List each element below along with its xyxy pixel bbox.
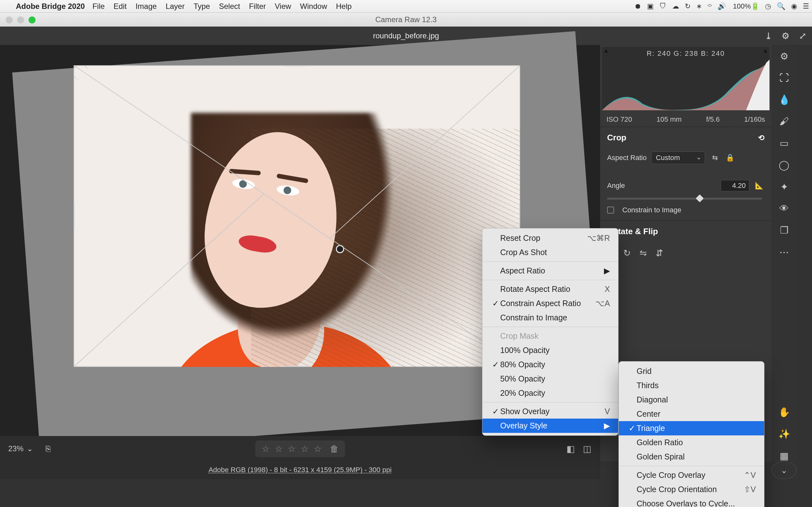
- angle-input[interactable]: 4.20: [721, 180, 749, 191]
- menu-help[interactable]: Help: [336, 2, 351, 11]
- overlay-menu-item-grid[interactable]: Grid: [619, 364, 764, 378]
- star-2[interactable]: ☆: [275, 444, 283, 454]
- image-info-line[interactable]: Adobe RGB (1998) - 8 bit - 6231 x 4159 (…: [0, 461, 600, 479]
- trash-icon[interactable]: 🗑: [330, 444, 339, 454]
- status-record-icon[interactable]: ⏺: [635, 2, 641, 10]
- constrain-row[interactable]: Constrain to Image: [600, 203, 771, 217]
- rotate-cw-icon[interactable]: ↻: [623, 248, 630, 258]
- before-after-split-icon[interactable]: ◫: [583, 444, 591, 454]
- lock-icon[interactable]: 🔒: [725, 153, 735, 163]
- export-icon[interactable]: ⤓: [765, 31, 772, 41]
- menu-image[interactable]: Image: [136, 2, 157, 11]
- window-close-button[interactable]: [6, 16, 13, 23]
- aspect-ratio-select[interactable]: Custom: [651, 152, 705, 164]
- overlay-menu-item-cycle-crop-overlay[interactable]: Cycle Crop Overlay⌃V: [619, 468, 764, 482]
- star-3[interactable]: ☆: [288, 444, 296, 454]
- reset-icon[interactable]: ⟲: [758, 133, 764, 142]
- constrain-checkbox[interactable]: [607, 207, 614, 214]
- menu-file[interactable]: File: [92, 2, 105, 11]
- overlay-menu-item-diagonal[interactable]: Diagonal: [619, 393, 764, 407]
- overlay-menu-item-cycle-crop-orientation[interactable]: Cycle Crop Orientation⇧V: [619, 482, 764, 497]
- grid-view-icon[interactable]: ▦: [780, 450, 789, 461]
- radial-gradient-icon[interactable]: ◯: [779, 159, 790, 170]
- overlay-menu-item-choose-overlays-to-cycle-[interactable]: Choose Overlays to Cycle...: [619, 497, 764, 507]
- status-onedrive-icon[interactable]: ☁︎: [672, 2, 679, 10]
- zoom-dropdown[interactable]: 23% ⌄: [0, 444, 41, 453]
- status-timemachine-icon[interactable]: ↻: [685, 2, 691, 10]
- menu-view[interactable]: View: [275, 2, 291, 11]
- crop-menu-item-aspect-ratio[interactable]: Aspect Ratio▶: [483, 264, 618, 278]
- status-spotlight-icon[interactable]: 🔍: [777, 2, 785, 10]
- menu-select[interactable]: Select: [219, 2, 240, 11]
- hand-tool-icon[interactable]: ✋: [778, 406, 790, 418]
- overlay-menu-item-center[interactable]: Center: [619, 407, 764, 421]
- status-clock-icon[interactable]: ◷: [765, 2, 771, 10]
- star-5[interactable]: ☆: [314, 444, 322, 454]
- crop-menu-item-rotate-aspect-ratio[interactable]: Rotate Aspect RatioX: [483, 282, 618, 296]
- crop-menu-item-80-opacity[interactable]: ✓80% Opacity: [483, 357, 618, 372]
- app-name[interactable]: Adobe Bridge 2020: [16, 2, 85, 11]
- spot-removal-icon[interactable]: ✦: [780, 181, 788, 192]
- crop-rectangle[interactable]: [73, 65, 520, 367]
- crop-menu-item-100-opacity[interactable]: 100% Opacity: [483, 343, 618, 357]
- crop-handle-top[interactable]: [284, 65, 310, 66]
- crop-handle-tl[interactable]: [73, 65, 88, 80]
- crop-handle-bottom[interactable]: [284, 366, 310, 367]
- crop-handle-tr[interactable]: [506, 65, 520, 80]
- more-icon[interactable]: ⋯: [779, 246, 789, 258]
- histogram[interactable]: ▲ ▲ R: 240 G: 238 B: 240: [602, 47, 769, 110]
- overlay-menu-item-golden-spiral[interactable]: Golden Spiral: [619, 450, 764, 464]
- fullscreen-icon[interactable]: ⤢: [799, 31, 806, 41]
- status-battery[interactable]: 100% 🔋: [732, 2, 759, 10]
- window-zoom-button[interactable]: [29, 16, 36, 23]
- menu-type[interactable]: Type: [194, 2, 210, 11]
- status-wifi-icon[interactable]: ⌔: [708, 2, 712, 10]
- edit-sliders-icon[interactable]: ⚙: [780, 51, 789, 62]
- status-notifications-icon[interactable]: ☰: [803, 2, 809, 10]
- window-minimize-button[interactable]: [17, 16, 24, 23]
- crop-menu-item-show-overlay[interactable]: ✓Show OverlayV: [483, 404, 618, 418]
- crop-handle-left[interactable]: [73, 204, 74, 229]
- menu-item-label: Choose Overlays to Cycle...: [637, 499, 756, 507]
- straighten-icon[interactable]: 📐: [754, 180, 764, 191]
- filmstrip-toggle-icon[interactable]: ⎘: [46, 444, 51, 454]
- crop-menu-item-20-opacity[interactable]: 20% Opacity: [483, 386, 618, 400]
- menu-layer[interactable]: Layer: [165, 2, 185, 11]
- snapshots-icon[interactable]: ❐: [780, 225, 789, 236]
- overlay-menu-item-triangle[interactable]: ✓Triangle: [619, 421, 764, 435]
- status-facetime-icon[interactable]: ▣: [647, 2, 654, 10]
- crop-menu-item-50-opacity[interactable]: 50% Opacity: [483, 372, 618, 386]
- crop-tool-icon[interactable]: ⛶: [779, 72, 789, 83]
- crop-menu-item-constrain-to-image[interactable]: Constrain to Image: [483, 311, 618, 325]
- redeye-icon[interactable]: 👁: [779, 203, 789, 214]
- flip-vertical-icon[interactable]: ⇵: [656, 248, 663, 258]
- gear-icon[interactable]: ⚙: [781, 31, 790, 41]
- angle-slider[interactable]: [607, 198, 762, 200]
- menu-window[interactable]: Window: [300, 2, 327, 11]
- crop-handle-right[interactable]: [519, 204, 520, 229]
- overlay-menu-item-thirds[interactable]: Thirds: [619, 378, 764, 393]
- crop-menu-item-overlay-style[interactable]: Overlay Style▶: [483, 418, 618, 433]
- status-bluetooth-icon[interactable]: ∗: [696, 2, 702, 10]
- status-siri-icon[interactable]: ◉: [791, 2, 797, 10]
- status-volume-icon[interactable]: 🔊: [717, 2, 726, 10]
- crop-menu-item-constrain-aspect-ratio[interactable]: ✓Constrain Aspect Ratio⌥A: [483, 296, 618, 311]
- crop-menu-item-reset-crop[interactable]: Reset Crop⌥⌘R: [483, 231, 618, 245]
- subject-brow-right: [276, 173, 309, 183]
- menu-filter[interactable]: Filter: [249, 2, 266, 11]
- brush-icon[interactable]: 🖌: [779, 116, 789, 127]
- crop-menu-item-crop-as-shot[interactable]: Crop As Shot: [483, 245, 618, 260]
- linear-gradient-icon[interactable]: ▭: [780, 137, 789, 149]
- menu-edit[interactable]: Edit: [113, 2, 126, 11]
- auto-icon[interactable]: ✨: [778, 429, 790, 440]
- overlay-menu-item-golden-ratio[interactable]: Golden Ratio: [619, 435, 764, 450]
- swap-orientation-icon[interactable]: ⇆: [710, 153, 720, 163]
- flip-horizontal-icon[interactable]: ⇋: [640, 248, 647, 258]
- star-4[interactable]: ☆: [301, 444, 309, 454]
- star-1[interactable]: ☆: [262, 444, 270, 454]
- crop-handle-bl[interactable]: [73, 352, 88, 367]
- before-after-single-icon[interactable]: ◧: [566, 444, 575, 454]
- presets-dropdown-icon[interactable]: ⌄: [771, 461, 797, 479]
- status-shield-icon[interactable]: ⛉: [659, 2, 666, 10]
- eyedropper-icon[interactable]: 💧: [778, 94, 790, 105]
